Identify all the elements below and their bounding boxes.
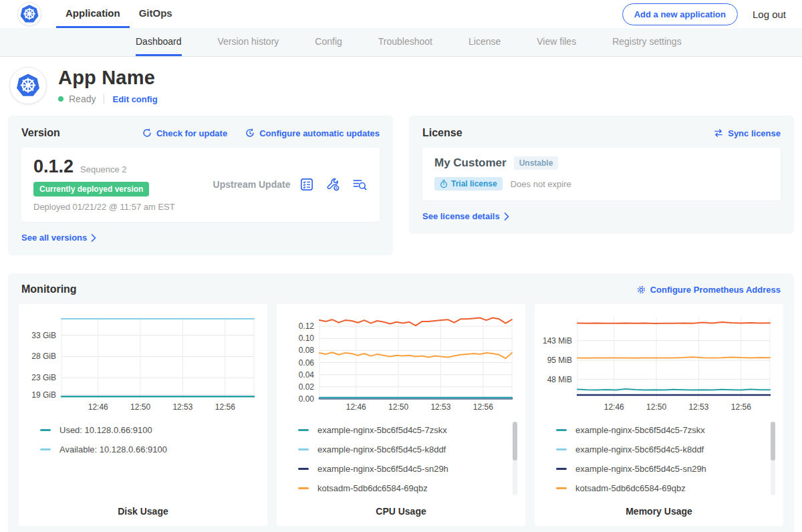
svg-text:12:46: 12:46 xyxy=(88,402,108,412)
configure-automatic-updates-link[interactable]: Configure automatic updates xyxy=(245,128,380,138)
customer-name: My Customer xyxy=(434,156,507,170)
legend-item: example-nginx-5bc6f5d4c5-7zskx xyxy=(298,420,505,440)
cpu-usage-chart: 0.000.020.040.060.080.100.1212:4612:5012… xyxy=(283,312,519,414)
divider xyxy=(104,94,104,104)
legend-label: Available: 10.128.0.66:9100 xyxy=(59,444,167,454)
svg-text:19 GiB: 19 GiB xyxy=(31,390,56,400)
svg-text:12:46: 12:46 xyxy=(604,402,624,412)
legend-swatch xyxy=(40,448,51,450)
deployed-timestamp: Deployed 01/21/22 @ 11:57 am EST xyxy=(33,202,204,212)
top-nav: Application GitOps Add a new application… xyxy=(0,0,802,28)
chevron-right-icon xyxy=(91,234,96,242)
legend-swatch xyxy=(298,487,309,489)
legend-scrollbar-thumb[interactable] xyxy=(771,422,775,460)
trial-license-badge: Trial license xyxy=(434,177,503,190)
memory-usage-chart-card: 48 MiB95 MiB143 MiB12:4612:5012:5312:56 … xyxy=(535,304,783,526)
cpu-usage-legend: example-nginx-5bc6f5d4c5-7zskx example-n… xyxy=(298,420,523,499)
legend-label: example-nginx-5bc6f5d4c5-k8ddf xyxy=(317,444,446,454)
topnav-tab-application[interactable]: Application xyxy=(56,0,130,28)
monitoring-title: Monitoring xyxy=(21,283,77,295)
configure-prometheus-link[interactable]: Configure Prometheus Address xyxy=(636,285,781,295)
version-action-icons xyxy=(299,177,368,192)
svg-text:33 GiB: 33 GiB xyxy=(31,331,56,340)
topnav-tabs: Application GitOps xyxy=(56,0,182,28)
config-wrench-icon[interactable] xyxy=(325,177,340,192)
legend-item: Available: 10.128.0.66:9100 xyxy=(40,440,247,459)
svg-text:0.12: 0.12 xyxy=(299,321,315,331)
topnav-tab-gitops[interactable]: GitOps xyxy=(130,0,182,28)
license-card: My Customer Unstable Trial license Does … xyxy=(422,148,781,201)
cards-row: Version Check for update Configure au xyxy=(0,116,802,255)
status-row: Ready Edit config xyxy=(58,94,158,104)
svg-text:12:53: 12:53 xyxy=(172,402,192,412)
tab-registry-settings[interactable]: Registry settings xyxy=(612,28,681,56)
disk-usage-legend: Used: 10.128.0.66:9100 Available: 10.128… xyxy=(40,420,265,499)
sync-license-link[interactable]: Sync license xyxy=(713,128,781,138)
see-license-details-link[interactable]: See license details xyxy=(422,211,509,221)
page-title: App Name xyxy=(58,67,158,89)
tab-dashboard[interactable]: Dashboard xyxy=(136,28,182,56)
legend-swatch xyxy=(556,487,567,489)
view-diff-icon[interactable] xyxy=(352,177,368,192)
chevron-right-icon xyxy=(504,213,509,221)
legend-swatch xyxy=(556,448,567,450)
legend-scrollbar-thumb[interactable] xyxy=(513,422,517,460)
legend-item: example-nginx-5bc6f5d4c5-7zskx xyxy=(556,420,763,440)
svg-text:28 GiB: 28 GiB xyxy=(31,352,56,361)
channel-badge: Unstable xyxy=(514,156,559,170)
svg-text:12:56: 12:56 xyxy=(473,402,493,412)
sync-license-icon xyxy=(713,128,724,138)
disk-usage-chart-card: 19 GiB23 GiB28 GiB33 GiB12:4612:5012:531… xyxy=(19,304,267,526)
logout-link[interactable]: Log out xyxy=(753,9,786,20)
legend-label: example-nginx-5bc6f5d4c5-sn29h xyxy=(317,464,448,474)
version-panel-title: Version xyxy=(21,127,60,139)
gear-icon xyxy=(636,285,646,295)
svg-text:48 MiB: 48 MiB xyxy=(547,375,572,384)
preflight-checks-icon[interactable] xyxy=(299,177,314,192)
app-avatar xyxy=(9,67,47,104)
see-all-versions-row: See all versions xyxy=(21,231,380,243)
check-for-update-link[interactable]: Check for update xyxy=(142,128,227,138)
legend-item: example-nginx-5bc6f5d4c5-k8ddf xyxy=(556,440,763,459)
tab-troubleshoot[interactable]: Troubleshoot xyxy=(378,28,432,56)
svg-text:12:56: 12:56 xyxy=(215,402,235,412)
legend-swatch xyxy=(556,468,567,470)
topnav-right: Add a new application Log out xyxy=(622,3,786,25)
svg-text:0.06: 0.06 xyxy=(299,358,315,368)
chart-title: CPU Usage xyxy=(279,506,523,517)
legend-label: example-nginx-5bc6f5d4c5-7zskx xyxy=(317,425,447,435)
svg-text:0.10: 0.10 xyxy=(299,334,315,343)
tab-view-files[interactable]: View files xyxy=(537,28,576,56)
tab-license[interactable]: License xyxy=(469,28,501,56)
chart-title: Disk Usage xyxy=(21,506,265,517)
configure-auto-updates-icon xyxy=(245,128,255,138)
legend-item: example-nginx-5bc6f5d4c5-sn29h xyxy=(556,459,763,479)
legend-swatch xyxy=(298,448,309,450)
add-application-button[interactable]: Add a new application xyxy=(622,3,738,25)
status-text: Ready xyxy=(69,94,96,104)
svg-text:12:50: 12:50 xyxy=(646,402,666,412)
version-number: 0.1.2 xyxy=(33,156,74,177)
charts-row: 19 GiB23 GiB28 GiB33 GiB12:4612:5012:531… xyxy=(19,304,783,526)
svg-text:0.04: 0.04 xyxy=(299,370,315,380)
tab-config[interactable]: Config xyxy=(315,28,342,56)
tab-version-history[interactable]: Version history xyxy=(218,28,279,56)
legend-item: kotsadm-5db6dc6584-69qbz xyxy=(556,479,763,498)
see-all-versions-link[interactable]: See all versions xyxy=(21,233,96,243)
legend-item: Used: 10.128.0.66:9100 xyxy=(40,420,247,440)
svg-text:0.02: 0.02 xyxy=(299,382,315,392)
app-header-text: App Name Ready Edit config xyxy=(58,67,158,104)
legend-swatch xyxy=(298,468,309,470)
kubernetes-logo-icon[interactable] xyxy=(17,2,41,26)
legend-label: example-nginx-5bc6f5d4c5-k8ddf xyxy=(575,444,704,454)
license-panel: License Sync license My Customer Unstabl… xyxy=(409,116,794,234)
svg-text:95 MiB: 95 MiB xyxy=(547,356,572,365)
legend-swatch xyxy=(40,429,51,431)
edit-config-link[interactable]: Edit config xyxy=(112,94,157,104)
svg-text:0.00: 0.00 xyxy=(299,394,315,404)
version-source-label: Upstream Update xyxy=(204,179,299,190)
legend-item: example-nginx-5bc6f5d4c5-k8ddf xyxy=(298,440,505,459)
svg-text:12:56: 12:56 xyxy=(731,402,751,412)
legend-label: example-nginx-5bc6f5d4c5-sn29h xyxy=(575,464,706,474)
legend-label: kotsadm-5db6dc6584-69qbz xyxy=(575,483,686,493)
